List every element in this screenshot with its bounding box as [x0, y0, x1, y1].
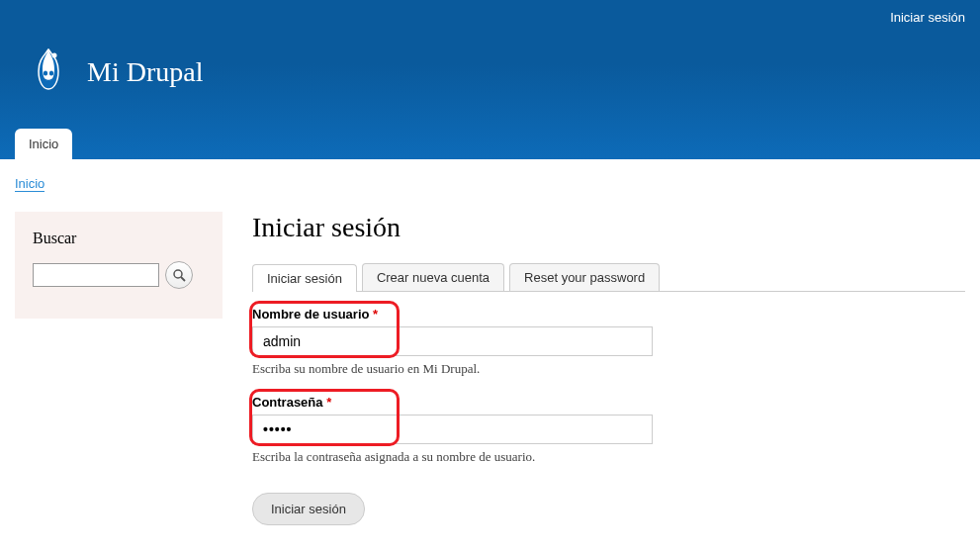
search-icon [172, 268, 186, 282]
tabs: Iniciar sesión Crear nueva cuenta Reset … [252, 263, 965, 292]
main-nav: Inicio [0, 129, 980, 159]
header-top-links: Iniciar sesión [0, 0, 980, 26]
breadcrumb-home[interactable]: Inicio [15, 176, 45, 192]
site-name: Mi Drupal [87, 56, 203, 88]
svg-point-2 [52, 53, 57, 58]
svg-point-3 [174, 270, 182, 278]
tab-register[interactable]: Crear nueva cuenta [362, 263, 504, 291]
drupal-logo-icon [25, 46, 72, 99]
main-content: Iniciar sesión Iniciar sesión Crear nuev… [252, 212, 965, 525]
search-button[interactable] [165, 261, 193, 289]
form-item-password: Contraseña * Escriba la contraseña asign… [252, 395, 965, 465]
site-header: Iniciar sesión Mi Drupal Inicio [0, 0, 980, 159]
svg-line-4 [181, 277, 185, 281]
required-marker: * [373, 307, 378, 322]
password-description: Escriba la contraseña asignada a su nomb… [252, 449, 965, 465]
page-title: Iniciar sesión [252, 212, 965, 243]
breadcrumb: Inicio [0, 159, 980, 202]
required-marker: * [326, 395, 331, 410]
branding: Mi Drupal [0, 26, 980, 129]
tab-login[interactable]: Iniciar sesión [252, 264, 357, 292]
search-block: Buscar [15, 212, 223, 319]
svg-point-1 [49, 71, 53, 76]
search-input[interactable] [33, 263, 159, 287]
form-item-username: Nombre de usuario * Escriba su nombre de… [252, 307, 965, 377]
tab-reset-password[interactable]: Reset your password [509, 263, 660, 291]
search-title: Buscar [33, 230, 205, 247]
password-label: Contraseña * [252, 395, 965, 410]
username-label: Nombre de usuario * [252, 307, 965, 322]
sidebar: Buscar [15, 212, 223, 525]
password-field[interactable] [252, 415, 653, 444]
login-link[interactable]: Iniciar sesión [890, 10, 965, 25]
svg-point-0 [44, 71, 47, 76]
submit-button[interactable]: Iniciar sesión [252, 493, 365, 525]
username-field[interactable] [252, 326, 653, 356]
nav-home[interactable]: Inicio [15, 129, 72, 159]
username-description: Escriba su nombre de usuario en Mi Drupa… [252, 361, 965, 377]
